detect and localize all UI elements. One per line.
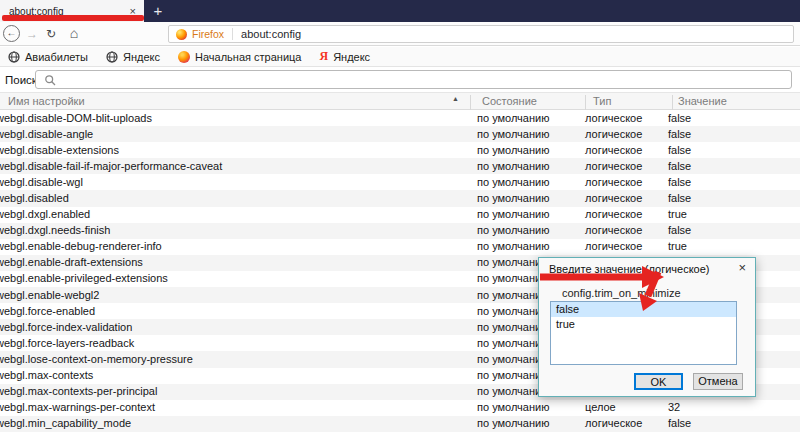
table-row[interactable]: webgl.min_capability_modeпо умолчаниюлог… <box>0 416 800 432</box>
new-tab-button[interactable]: + <box>147 0 169 22</box>
pref-name: webgl.max-contexts <box>0 369 93 381</box>
listbox-option-true[interactable]: true <box>551 317 736 332</box>
pref-name: webgl.disable-extensions <box>0 144 119 156</box>
tab-bar: about:config × + <box>0 0 800 22</box>
pref-name: webgl.disable-angle <box>0 128 93 140</box>
pref-value: true <box>668 208 687 220</box>
navigation-toolbar: ← → ↻ ⌂ Firefox about:config <box>0 22 800 46</box>
pref-value: false <box>668 144 691 156</box>
bookmarks-toolbar: АвиабилетыЯндексНачальная страницаЯЯндек… <box>0 47 800 67</box>
pref-type: логическое <box>585 112 642 124</box>
pref-type: логическое <box>585 144 642 156</box>
pref-type: логическое <box>585 208 642 220</box>
pref-name: webgl.disable-fail-if-major-performance-… <box>0 160 222 172</box>
pref-type: целое <box>585 401 616 413</box>
value-listbox[interactable]: falsetrue <box>550 301 737 365</box>
firefox-logo-icon <box>176 29 187 40</box>
url-separator <box>232 28 233 40</box>
back-icon[interactable]: ← <box>3 25 20 42</box>
bookmark-label: Яндекс <box>333 51 370 63</box>
pref-name: webgl.disabled <box>0 192 69 204</box>
pref-value: false <box>668 160 691 172</box>
pref-status: по умолчанию <box>477 417 549 429</box>
pref-value: true <box>668 240 687 252</box>
pref-type: логическое <box>585 160 642 172</box>
pref-value: false <box>668 176 691 188</box>
pref-value: 32 <box>668 401 680 413</box>
pref-type: логическое <box>585 176 642 188</box>
column-header-value[interactable]: Значение <box>678 95 727 107</box>
pref-status: по умолчанию <box>477 224 549 236</box>
pref-name: webgl.enable-debug-renderer-info <box>0 240 162 252</box>
pref-name: webgl.min_capability_mode <box>0 417 131 429</box>
url-text: about:config <box>241 28 301 40</box>
pref-type: логическое <box>585 417 642 429</box>
globe-icon <box>8 51 20 63</box>
pref-name: webgl.enable-webgl2 <box>0 289 99 301</box>
pref-name: webgl.max-contexts-per-principal <box>0 385 157 397</box>
yandex-icon: Я <box>319 49 328 64</box>
pref-name: webgl.dxgl.enabled <box>0 208 90 220</box>
table-row[interactable]: webgl.dxgl.needs-finishпо умолчаниюлогич… <box>0 223 800 239</box>
pref-value: false <box>668 192 691 204</box>
bookmark-item[interactable]: ЯЯндекс <box>319 49 370 64</box>
firefox-window: about:config × + ← → ↻ ⌂ Firefox about:c… <box>0 0 800 432</box>
bookmark-item[interactable]: Яндекс <box>106 51 160 63</box>
pref-name: webgl.disable-wgl <box>0 176 83 188</box>
pref-name: webgl.force-enabled <box>0 305 95 317</box>
table-row[interactable]: webgl.max-warnings-per-contextпо умолчан… <box>0 400 800 416</box>
cancel-button[interactable]: Отмена <box>693 373 743 390</box>
listbox-option-false[interactable]: false <box>551 302 736 317</box>
table-row[interactable]: webgl.dxgl.enabledпо умолчаниюлогическое… <box>0 207 800 223</box>
pref-type: логическое <box>585 240 642 252</box>
pref-status: по умолчанию <box>477 240 549 252</box>
pref-status: по умолчанию <box>477 112 549 124</box>
dialog-pref-name: config.trim_on_minimize <box>562 287 681 299</box>
ok-button[interactable]: OK <box>634 373 683 390</box>
table-row[interactable]: webgl.disable-wglпо умолчаниюлогическоеf… <box>0 174 800 190</box>
table-row[interactable]: webgl.disable-angleпо умолчаниюлогическо… <box>0 126 800 142</box>
pref-value: false <box>668 112 691 124</box>
pref-status: по умолчанию <box>477 128 549 140</box>
pref-name: webgl.force-layers-readback <box>0 337 134 349</box>
bookmark-label: Яндекс <box>123 51 160 63</box>
pref-status: по умолчанию <box>477 160 549 172</box>
globe-icon <box>106 51 118 63</box>
pref-name: webgl.enable-privileged-extensions <box>0 272 168 284</box>
pref-name: webgl.lose-context-on-memory-pressure <box>0 353 193 365</box>
pref-name: webgl.dxgl.needs-finish <box>0 224 110 236</box>
bookmark-label: Начальная страница <box>195 51 301 63</box>
forward-icon[interactable]: → <box>25 26 39 42</box>
reload-icon[interactable]: ↻ <box>44 26 58 42</box>
dialog-title: Введите значение (логическое) <box>549 263 709 275</box>
pref-name: webgl.force-index-validation <box>0 321 132 333</box>
home-icon[interactable]: ⌂ <box>66 25 82 42</box>
enter-value-dialog: Введите значение (логическое) × config.t… <box>538 257 756 397</box>
pref-status: по умолчанию <box>477 144 549 156</box>
pref-status: по умолчанию <box>477 192 549 204</box>
column-header-name[interactable]: Имя настройки <box>8 95 85 107</box>
column-header-status[interactable]: Состояние <box>482 95 537 107</box>
bookmark-label: Авиабилеты <box>25 51 88 63</box>
table-row[interactable]: webgl.enable-debug-renderer-infoпо умолч… <box>0 239 800 255</box>
dialog-close-icon[interactable]: × <box>738 261 746 274</box>
sort-arrow-icon: ▲ <box>452 95 459 102</box>
config-search-row: Поиск: <box>0 67 800 92</box>
pref-name: webgl.enable-draft-extensions <box>0 256 143 268</box>
table-row[interactable]: webgl.disable-extensionsпо умолчаниюлоги… <box>0 142 800 158</box>
pref-value: false <box>668 128 691 140</box>
bookmark-item[interactable]: Начальная страница <box>178 51 301 63</box>
pref-status: по умолчанию <box>477 401 549 413</box>
table-row[interactable]: webgl.disable-DOM-blit-uploadsпо умолчан… <box>0 110 800 126</box>
pref-type: логическое <box>585 128 642 140</box>
pref-name: webgl.max-warnings-per-context <box>0 401 155 413</box>
table-row[interactable]: webgl.disable-fail-if-major-performance-… <box>0 158 800 174</box>
pref-value: false <box>668 224 691 236</box>
pref-table-header: Имя настройки ▲ Состояние Тип Значение <box>0 92 800 110</box>
pref-name: webgl.disable-DOM-blit-uploads <box>0 112 152 124</box>
table-row[interactable]: webgl.disabledпо умолчаниюлогическоеfals… <box>0 190 800 206</box>
address-bar[interactable]: Firefox about:config <box>168 25 794 43</box>
column-header-type[interactable]: Тип <box>593 95 611 107</box>
bookmark-item[interactable]: Авиабилеты <box>8 51 88 63</box>
search-input[interactable] <box>35 70 792 89</box>
